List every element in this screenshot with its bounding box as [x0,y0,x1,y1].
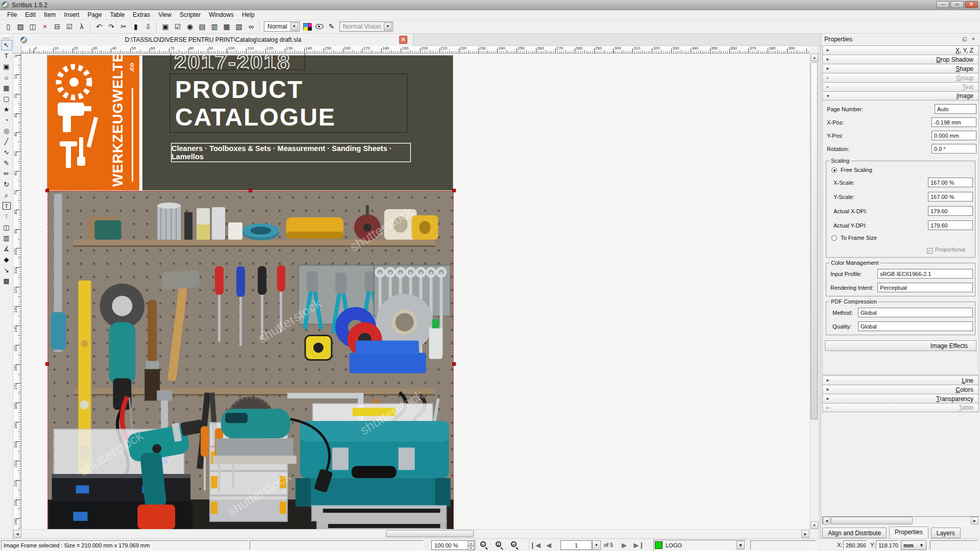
close-panel-icon[interactable]: × [970,36,977,43]
scroll-up-icon[interactable]: ▲ [811,54,818,61]
title-text-frame[interactable]: PRODUCT CATALOGUE [169,73,407,133]
menu-item[interactable]: Windows [205,10,238,19]
categories-text-frame[interactable]: Cleaners · Toolboxes & Sets · Measuremen… [171,143,411,162]
tab-close-icon[interactable]: ✕ [399,36,407,44]
link-annotation-icon[interactable]: ∞ [245,21,257,32]
edit-text-story-editor-tool[interactable]: T [1,211,12,222]
page-1[interactable]: WERKZEUGWELTEN .co 2017-2018 PRODUCT CAT… [47,55,453,529]
proportional-checkbox[interactable]: ✓Proportional [927,246,974,254]
document-setup-icon[interactable]: ▧ [233,21,245,32]
new-document-icon[interactable]: ▯ [2,21,14,32]
edit-in-preview-button[interactable]: ✎ [326,21,338,32]
ruler-origin-box[interactable] [13,46,21,54]
visual-appearance-combo[interactable]: Normal Vision ▼ [339,21,393,32]
to-frame-size-radio[interactable]: To Frame Size [831,235,877,241]
menu-item[interactable]: View [154,10,176,19]
insert-frame-icon[interactable]: ▣ [159,21,172,32]
open-document-icon[interactable]: ▨ [14,21,27,32]
xpos-field[interactable]: -0.198 mm [932,117,976,127]
chevron-down-icon[interactable]: ▼ [384,22,391,31]
quality-combo[interactable]: Global [858,321,973,331]
unit-dropdown-icon[interactable]: ▼ [919,543,924,548]
preflight-verifier-icon[interactable]: ☑ [63,21,76,32]
panel-horizontal-scrollbar[interactable]: ◀ ▶ [822,516,979,525]
columns-icon[interactable]: ▦ [220,21,233,32]
edit-contents-tool[interactable]: T [1,201,12,211]
insert-bezier-curve-tool[interactable]: ∿ [1,147,12,158]
section-colors[interactable]: ► Colors [822,385,979,394]
scroll-down-icon[interactable]: ▼ [811,521,818,529]
insert-arc-tool[interactable]: ◔ [1,115,12,126]
align-text-icon[interactable]: ▥ [208,21,220,32]
scroll-left-icon[interactable]: ◀ [823,517,830,524]
section-transparency[interactable]: ► Transparency [822,394,979,403]
zoom-100-button[interactable]: 1 [493,540,505,550]
radio-button-icon[interactable]: ◉ [184,21,196,32]
section-text[interactable]: ► Text [822,82,979,91]
document-viewport[interactable]: WERKZEUGWELTEN .co 2017-2018 PRODUCT CAT… [13,54,810,529]
previous-page-button[interactable]: ◀ [543,540,554,550]
insert-text-frame-tool[interactable]: T [1,51,12,61]
image-effects-button[interactable]: Image Effects [825,340,976,351]
page-number-field[interactable]: Auto [935,104,976,114]
h-ruler[interactable]: -100102030405060708090100110120130140150… [13,46,810,54]
toggle-check-icon[interactable]: ☑ [172,21,184,32]
cover-logo-column[interactable]: WERKZEUGWELTEN .co [47,56,139,191]
section-xyz[interactable]: ► X, Y, Z [822,45,979,55]
section-image[interactable]: ▼ Image [822,91,979,101]
section-line[interactable]: ► Line [822,375,979,385]
free-scaling-radio[interactable]: Free Scaling [831,167,872,173]
selection-handle-top-right[interactable] [452,189,456,192]
menu-item[interactable]: Help [238,10,259,19]
insert-render-frame-tool[interactable]: ☼ [1,72,12,83]
tab-align-and-distribute[interactable]: Align and Distribute [822,528,887,538]
section-drop-shadow[interactable]: ► Drop Shadow [822,55,979,64]
copy-icon[interactable]: ▮ [130,21,142,32]
actual-xdpi-field[interactable]: 179.60 [928,206,973,216]
menu-item[interactable]: Insert [60,10,83,19]
scroll-left-icon[interactable]: ◀ [13,530,21,538]
last-page-button[interactable]: ▶❙ [633,540,645,550]
insert-calligraphic-line-tool[interactable]: ✏ [1,168,12,179]
active-layer-combo[interactable]: LOGO ▼ [653,540,746,550]
unlink-text-frames-tool[interactable]: ▥ [1,233,12,243]
insert-spiral-tool[interactable]: ◎ [1,126,12,136]
zoom-out-button[interactable]: − [478,540,490,550]
menu-item[interactable]: Table [106,10,129,19]
tab-properties[interactable]: Properties [889,527,928,538]
selection-handle-top-left[interactable] [45,189,49,192]
yscale-field[interactable]: 167.00 % [928,192,973,202]
insert-image-frame-tool[interactable]: ▣ [1,61,12,72]
rotate-item-tool[interactable]: ↻ [1,179,12,190]
link-text-frames-tool[interactable]: ◫ [1,222,12,233]
title-bar[interactable]: Scribus 1.5.2 — ▭ ✕ [0,0,980,10]
insert-polygon-tool[interactable]: ★ [1,104,12,115]
close-button[interactable]: ✕ [965,1,978,8]
menu-item[interactable]: Item [40,10,60,19]
zoom-in-button[interactable]: + [508,540,521,550]
actual-ydpi-field[interactable]: 179.60 [928,220,973,230]
rotation-field[interactable]: 0.0 ° [932,144,976,154]
insert-table-tool[interactable]: ▦ [1,83,12,93]
zoom-tool[interactable]: ⌕ [1,190,12,201]
insert-line-tool[interactable]: ╱ [1,136,12,147]
section-table[interactable]: ► Table [822,403,979,412]
first-page-button[interactable]: ❙◀ [529,540,541,550]
ypos-field[interactable]: 0.000 mm [932,131,976,140]
h-scroll-thumb[interactable] [386,530,474,537]
measurements-tool[interactable]: ∡ [1,243,12,254]
panel-scroll-thumb[interactable] [831,517,913,524]
rendering-intent-combo[interactable]: Perceptual [877,283,973,292]
redo-icon[interactable]: ↷ [105,21,117,32]
menu-item[interactable]: Edit [21,10,40,19]
cut-icon[interactable]: ✂ [117,21,130,32]
menu-item[interactable]: Scripter [176,10,205,19]
print-icon[interactable]: ⊟ [51,21,63,32]
select-item-tool[interactable]: ↖ [1,40,12,51]
chevron-down-icon[interactable]: ▼ [290,22,298,31]
scroll-right-icon[interactable]: ▶ [801,530,810,538]
insert-freehand-line-tool[interactable]: ✎ [1,158,12,168]
section-shape[interactable]: ► Shape [822,64,979,73]
method-combo[interactable]: Global [858,308,973,317]
menu-item[interactable]: Page [83,10,106,19]
